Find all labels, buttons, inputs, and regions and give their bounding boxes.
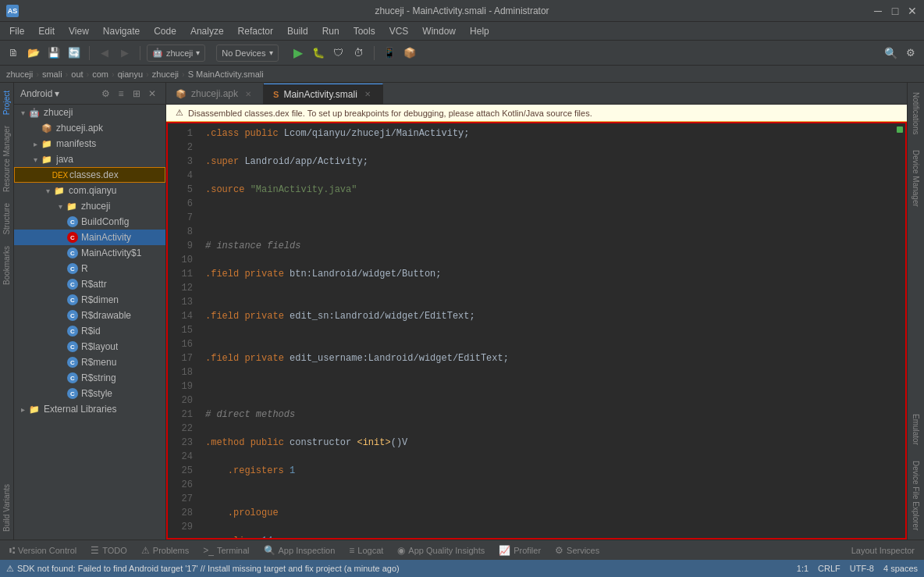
profile-button[interactable]: ⏱ — [350, 45, 368, 62]
tree-item-mainactivity1[interactable]: C MainActivity$1 — [14, 245, 165, 261]
toolbar-new-btn[interactable]: 🗎 — [5, 45, 22, 62]
build-variants-tab[interactable]: Build Variants — [0, 479, 13, 536]
tree-item-rattr[interactable]: C R$attr — [14, 276, 165, 292]
tree-close-button[interactable]: ✕ — [145, 87, 159, 101]
tree-item-apk[interactable]: 📦 zhuceji.apk — [14, 120, 165, 136]
sdk-button[interactable]: 📦 — [401, 45, 418, 62]
tree-item-buildconfig[interactable]: C BuildConfig — [14, 214, 165, 230]
breadcrumb-zhuceji2[interactable]: zhuceji — [152, 69, 179, 79]
tree-item-rdimen[interactable]: C R$dimen — [14, 292, 165, 308]
menu-code[interactable]: Code — [147, 24, 183, 38]
toolbar-save-btn[interactable]: 💾 — [45, 45, 62, 62]
menu-analyze[interactable]: Analyze — [184, 24, 230, 38]
avd-button[interactable]: 📱 — [381, 45, 398, 62]
app-inspection-tab[interactable]: 🔍 App Inspection — [258, 543, 342, 558]
toolbar-sync-btn[interactable]: 🔄 — [66, 45, 83, 62]
menu-vcs[interactable]: VCS — [383, 24, 415, 38]
project-dropdown[interactable]: 🤖 zhuceji ▾ — [147, 45, 205, 62]
menu-window[interactable]: Window — [416, 24, 462, 38]
menu-view[interactable]: View — [62, 24, 95, 38]
search-everywhere-button[interactable]: 🔍 — [882, 45, 899, 62]
tree-item-mainactivity[interactable]: C MainActivity — [14, 230, 165, 245]
bookmarks-tab[interactable]: Bookmarks — [0, 241, 13, 290]
profiler-icon: 📈 — [499, 545, 510, 556]
notifications-tab[interactable]: Notifications — [909, 86, 922, 141]
tree-filter-button[interactable]: ⊞ — [130, 87, 144, 101]
tree-item-rlayout[interactable]: C R$layout — [14, 339, 165, 354]
breadcrumb-zhuceji[interactable]: zhuceji — [6, 69, 33, 79]
logcat-tab[interactable]: ≡ Logcat — [343, 543, 389, 558]
tree-label-zhuceji: zhuceji — [44, 107, 73, 118]
breadcrumb-file[interactable]: S MainActivity.smali — [188, 69, 264, 79]
status-right: 1:1 CRLF UTF-8 4 spaces — [797, 564, 918, 573]
right-panels: Notifications Device Manager Emulator De… — [907, 83, 924, 540]
tree-label-mainactivity: MainActivity — [81, 232, 131, 243]
close-button[interactable]: ✕ — [907, 5, 918, 16]
toolbar-sep2 — [140, 46, 140, 60]
problems-tab[interactable]: ⚠ Problems — [135, 543, 195, 558]
tree-item-rstyle[interactable]: C R$style — [14, 386, 165, 401]
tree-item-zhuceji-pkg[interactable]: ▾ 📁 zhuceji — [14, 198, 165, 214]
tree-collapse-button[interactable]: ≡ — [114, 87, 128, 101]
tree-item-rdrawable[interactable]: C R$drawable — [14, 308, 165, 323]
menu-build[interactable]: Build — [281, 24, 315, 38]
minimize-button[interactable]: ─ — [872, 5, 883, 16]
tab-smali-close[interactable]: ✕ — [362, 89, 373, 100]
toolbar-forward-btn[interactable]: ▶ — [116, 45, 133, 62]
tree-item-external-libs[interactable]: ▸ 📁 External Libraries — [14, 401, 165, 417]
structure-tab[interactable]: Structure — [0, 198, 13, 240]
resource-manager-tab[interactable]: Resource Manager — [0, 121, 13, 197]
tree-item-classes-dex[interactable]: DEX classes.dex — [14, 167, 165, 183]
app-quality-insights-tab[interactable]: ◉ App Quality Insights — [391, 543, 491, 558]
maximize-button[interactable]: □ — [890, 5, 901, 16]
layout-inspector-tab[interactable]: Layout Inspector — [845, 543, 921, 557]
project-side-tab[interactable]: Project — [0, 86, 13, 119]
debug-button[interactable]: 🐛 — [310, 45, 327, 62]
tab-apk[interactable]: 📦 zhuceji.apk ✕ — [166, 84, 264, 104]
profiler-tab[interactable]: 📈 Profiler — [492, 543, 547, 558]
class-icon-rstring: C — [67, 372, 78, 383]
device-dropdown[interactable]: No Devices ▾ — [216, 45, 278, 62]
run-button[interactable]: ▶ — [290, 45, 307, 62]
tab-apk-close[interactable]: ✕ — [243, 88, 254, 99]
settings-button[interactable]: ⚙ — [902, 45, 919, 62]
services-tab[interactable]: ⚙ Services — [549, 543, 606, 558]
menu-navigate[interactable]: Navigate — [97, 24, 146, 38]
todo-tab[interactable]: ☰ TODO — [84, 543, 133, 558]
tree-label-rmenu: R$menu — [81, 357, 116, 368]
code-editor[interactable]: .class public Lcom/qianyu/zhuceji/MainAc… — [199, 123, 894, 538]
emulator-tab[interactable]: Emulator — [909, 408, 922, 451]
menu-run[interactable]: Run — [316, 24, 346, 38]
tree-item-rmenu[interactable]: C R$menu — [14, 354, 165, 370]
tree-item-manifests[interactable]: ▸ 📁 manifests — [14, 136, 165, 151]
tree-item-rid[interactable]: C R$id — [14, 323, 165, 339]
breadcrumb-smali[interactable]: smali — [42, 69, 62, 79]
tree-item-rstring[interactable]: C R$string — [14, 370, 165, 386]
toolbar-open-btn[interactable]: 📂 — [25, 45, 42, 62]
menu-help[interactable]: Help — [464, 24, 496, 38]
tree-item-com-qianyu[interactable]: ▾ 📁 com.qianyu — [14, 183, 165, 198]
tree-gear-button[interactable]: ⚙ — [98, 87, 112, 101]
menu-file[interactable]: File — [3, 24, 30, 38]
version-control-tab[interactable]: ⑆ Version Control — [3, 543, 83, 558]
breadcrumb-com[interactable]: com — [92, 69, 108, 79]
toolbar-back-btn[interactable]: ◀ — [96, 45, 113, 62]
breadcrumb-qianyu[interactable]: qianyu — [118, 69, 143, 79]
window-controls[interactable]: ─ □ ✕ — [872, 5, 918, 16]
folder-icon-extlibs: 📁 — [28, 403, 41, 415]
breadcrumb-out[interactable]: out — [71, 69, 83, 79]
device-manager-tab[interactable]: Device Manager — [909, 144, 922, 213]
tree-item-zhuceji[interactable]: ▾ 🤖 zhuceji — [14, 105, 165, 120]
menu-refactor[interactable]: Refactor — [232, 24, 279, 38]
tree-item-r[interactable]: C R — [14, 261, 165, 276]
coverage-button[interactable]: 🛡 — [330, 45, 347, 62]
device-file-explorer-tab[interactable]: Device File Explorer — [909, 454, 922, 536]
menu-tools[interactable]: Tools — [347, 24, 382, 38]
menu-edit[interactable]: Edit — [32, 24, 61, 38]
warning-text: Disassembled classes.dex file. To set up… — [188, 109, 592, 118]
tab-smali[interactable]: S MainActivity.smali ✕ — [264, 84, 383, 104]
tree-item-java[interactable]: ▾ 📁 java — [14, 151, 165, 167]
terminal-tab[interactable]: >_ Terminal — [197, 543, 255, 558]
editor-tabs: 📦 zhuceji.apk ✕ S MainActivity.smali ✕ — [166, 83, 907, 105]
project-type-dropdown[interactable]: Android ▾ — [20, 88, 59, 99]
